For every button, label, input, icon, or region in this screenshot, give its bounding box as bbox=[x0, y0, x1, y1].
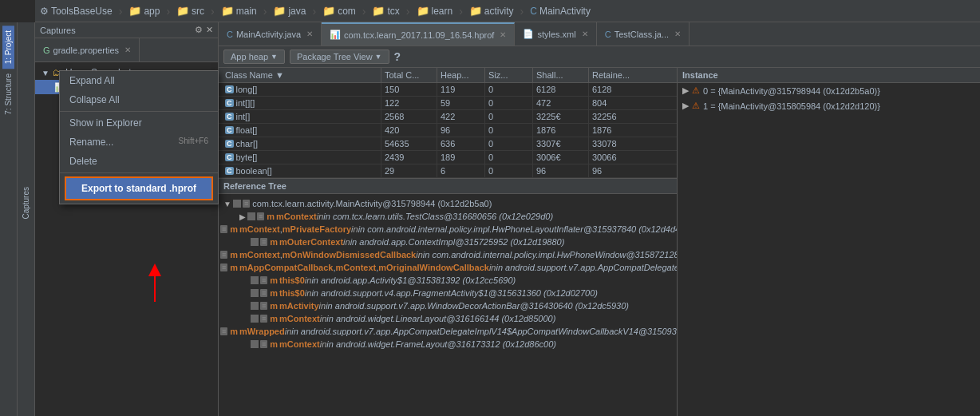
ref-field-icon: ≡ bbox=[260, 340, 267, 348]
breadcrumb-activity[interactable]: 📁 activity bbox=[469, 5, 514, 17]
ref-tree-row[interactable]: ≡mmOuterContext in in android.app.Contex… bbox=[219, 236, 677, 248]
tab-close-gradle[interactable]: ✕ bbox=[124, 46, 131, 54]
breadcrumb-bar: ⚙ ToolsBaseUse › 📁 app › 📁 src › 📁 main … bbox=[35, 0, 980, 22]
tab-close-test[interactable]: ✕ bbox=[674, 30, 681, 38]
breadcrumb-java[interactable]: 📁 java bbox=[273, 5, 306, 17]
table-row[interactable]: Cint[] 2568 422 0 3225€ 32256 bbox=[219, 110, 677, 124]
sep1: › bbox=[119, 5, 123, 18]
settings-icon[interactable]: ⚙ bbox=[195, 25, 203, 35]
ref-field-icon: ≡ bbox=[257, 212, 264, 220]
structure-tab[interactable]: 7: Structure bbox=[2, 69, 14, 120]
tab-close-main[interactable]: ✕ bbox=[306, 30, 313, 38]
java-tab-icon: C bbox=[227, 30, 233, 39]
ref-tree-row[interactable]: ≡mmContext in in android.widget.FrameLay… bbox=[219, 338, 677, 351]
right-panel: C MainActivity.java ✕ 📊 com.tcx.learn_20… bbox=[219, 22, 980, 416]
ref-field-icon: ≡ bbox=[260, 276, 267, 284]
table-row[interactable]: Clong[] 150 119 0 6128 6128 bbox=[219, 83, 677, 97]
sep2: › bbox=[166, 5, 170, 18]
tree-expand-arrow[interactable]: ▼ bbox=[41, 69, 49, 77]
table-row[interactable]: Cbyte[] 2439 189 0 3006€ 30066 bbox=[219, 151, 677, 164]
sep3: › bbox=[211, 5, 215, 18]
class-c-icon: C bbox=[225, 113, 234, 121]
ctx-divider1 bbox=[60, 111, 218, 112]
close-panel-icon[interactable]: ✕ bbox=[206, 25, 213, 35]
ref-tree-row[interactable]: ≡mmWrapped in in android.support.v7.app.… bbox=[219, 325, 677, 338]
tab-hprof[interactable]: 📊 com.tcx.learn_2017.11.09_16.54.hprof ✕ bbox=[322, 22, 515, 46]
ref-expand-arrow[interactable]: ▶ bbox=[239, 212, 246, 221]
breadcrumb-mainactivity[interactable]: C MainActivity bbox=[530, 6, 591, 17]
ref-expand-arrow[interactable]: ▼ bbox=[223, 200, 231, 208]
instance-row[interactable]: ▶⚠0 = {MainActivity@315798944 (0x12d2b5a… bbox=[678, 83, 980, 98]
expand-arrow[interactable]: ▶ bbox=[682, 85, 689, 96]
tab-testclass[interactable]: C TestClass.ja... ✕ bbox=[597, 22, 690, 46]
help-button[interactable]: ? bbox=[394, 50, 401, 63]
ref-tree-row[interactable]: ▼≡com.tcx.learn.activity.MainActivity@31… bbox=[219, 197, 677, 210]
ref-tree-row[interactable]: ≡mmActivity in in android.support.v7.app… bbox=[219, 299, 677, 312]
ctx-export-hprof[interactable]: Export to standard .hprof bbox=[65, 176, 213, 200]
breadcrumb-toolsbaseuse[interactable]: ⚙ ToolsBaseUse bbox=[40, 6, 113, 17]
panel-icons: ⚙ ✕ bbox=[195, 25, 213, 35]
ctx-delete[interactable]: Delete bbox=[60, 152, 218, 171]
ref-square-icon bbox=[247, 212, 255, 220]
breadcrumb-src[interactable]: 📁 src bbox=[176, 5, 204, 17]
ctx-rename[interactable]: Rename... Shift+F6 bbox=[60, 133, 218, 152]
ref-tree[interactable]: ▼≡com.tcx.learn.activity.MainActivity@31… bbox=[219, 194, 677, 416]
ref-tree-row[interactable]: ≡mmContext, mPrivateFactory in in com.an… bbox=[219, 223, 677, 236]
ref-field-icon: ≡ bbox=[220, 263, 227, 271]
project-sidebar: 1: Project 7: Structure bbox=[0, 22, 18, 416]
tab-styles-xml[interactable]: 📄 styles.xml ✕ bbox=[515, 22, 596, 46]
ref-tree-row[interactable]: ▶≡mmContext in in com.tcx.learn.utils.Te… bbox=[219, 210, 677, 223]
captures-tab[interactable]: Captures bbox=[20, 182, 32, 224]
ref-square-icon bbox=[251, 302, 259, 310]
tab-gradle[interactable]: G gradle.properties ✕ bbox=[35, 38, 140, 61]
breadcrumb-app[interactable]: 📁 app bbox=[128, 5, 160, 17]
ref-field-icon: ≡ bbox=[220, 327, 227, 335]
th-size: Siz... bbox=[485, 68, 533, 82]
right-tab-bar: C MainActivity.java ✕ 📊 com.tcx.learn_20… bbox=[219, 22, 980, 46]
instance-header: Instance bbox=[678, 68, 980, 83]
ctx-show-explorer[interactable]: Show in Explorer bbox=[60, 113, 218, 133]
table-row[interactable]: Cfloat[] 420 96 0 1876 1876 bbox=[219, 124, 677, 137]
table-row[interactable]: Cint[][] 122 59 0 472 804 bbox=[219, 97, 677, 110]
tab-close-styles[interactable]: ✕ bbox=[582, 30, 588, 38]
instance-row[interactable]: ▶⚠1 = {MainActivity@315805984 (0x12d2d12… bbox=[678, 98, 980, 113]
folder-icon-java: 📁 bbox=[273, 5, 286, 17]
project-tab[interactable]: 1: Project bbox=[2, 26, 14, 69]
warn-icon: ⚠ bbox=[692, 85, 700, 96]
table-body: Clong[] 150 119 0 6128 6128 Cint[][] 122… bbox=[219, 83, 677, 178]
ref-field-icon: ≡ bbox=[260, 238, 267, 246]
ref-tree-row[interactable]: ≡mmContext, mOnWindowDismissedCallback i… bbox=[219, 248, 677, 261]
right-toolbar: App heap ▼ Package Tree View ▼ ? bbox=[219, 46, 980, 68]
hprof-tab-icon: 📊 bbox=[330, 30, 341, 40]
ref-field-icon: ≡ bbox=[220, 251, 227, 259]
sep8: › bbox=[459, 5, 463, 18]
breadcrumb-main[interactable]: 📁 main bbox=[221, 5, 257, 17]
ref-tree-row[interactable]: ≡mthis$0 in in android.support.v4.app.Fr… bbox=[219, 287, 677, 299]
ref-tree-row[interactable]: ≡mmContext in in android.widget.LinearLa… bbox=[219, 312, 677, 325]
expand-arrow[interactable]: ▶ bbox=[682, 101, 689, 111]
heap-dropdown-arrow: ▼ bbox=[271, 53, 278, 61]
breadcrumb-com[interactable]: 📁 com bbox=[322, 5, 356, 17]
sep5: › bbox=[312, 5, 316, 18]
ref-field-icon: ≡ bbox=[260, 289, 267, 297]
table-row[interactable]: Cchar[] 54635 636 0 3307€ 33078 bbox=[219, 137, 677, 151]
ref-tree-row[interactable]: ≡mthis$0 in in android.app.Activity$1@31… bbox=[219, 274, 677, 287]
breadcrumb-tcx[interactable]: 📁 tcx bbox=[372, 5, 399, 17]
gear-icon: ⚙ bbox=[40, 6, 49, 17]
heap-dropdown[interactable]: App heap ▼ bbox=[223, 50, 285, 64]
ref-square-icon bbox=[251, 315, 259, 323]
ctx-collapse-all[interactable]: Collapse All bbox=[60, 90, 218, 109]
ref-tree-row[interactable]: ≡mmAppCompatCallback, mContext, mOrigina… bbox=[219, 261, 677, 274]
tab-close-hprof[interactable]: ✕ bbox=[500, 30, 506, 39]
sep6: › bbox=[362, 5, 366, 18]
th-heap: Heap... bbox=[437, 68, 485, 82]
th-classname: Class Name ▼ bbox=[222, 68, 381, 82]
folder-icon-learn: 📁 bbox=[417, 5, 429, 17]
view-dropdown[interactable]: Package Tree View ▼ bbox=[290, 50, 389, 64]
ctx-expand-all[interactable]: Expand All bbox=[60, 71, 218, 90]
table-row[interactable]: Cboolean[] 29 6 0 96 96 bbox=[219, 164, 677, 178]
class-c-icon: C bbox=[225, 85, 234, 93]
breadcrumb-learn[interactable]: 📁 learn bbox=[417, 5, 453, 17]
tab-mainactivity-java[interactable]: C MainActivity.java ✕ bbox=[219, 22, 322, 46]
ctx-divider2 bbox=[60, 172, 218, 173]
